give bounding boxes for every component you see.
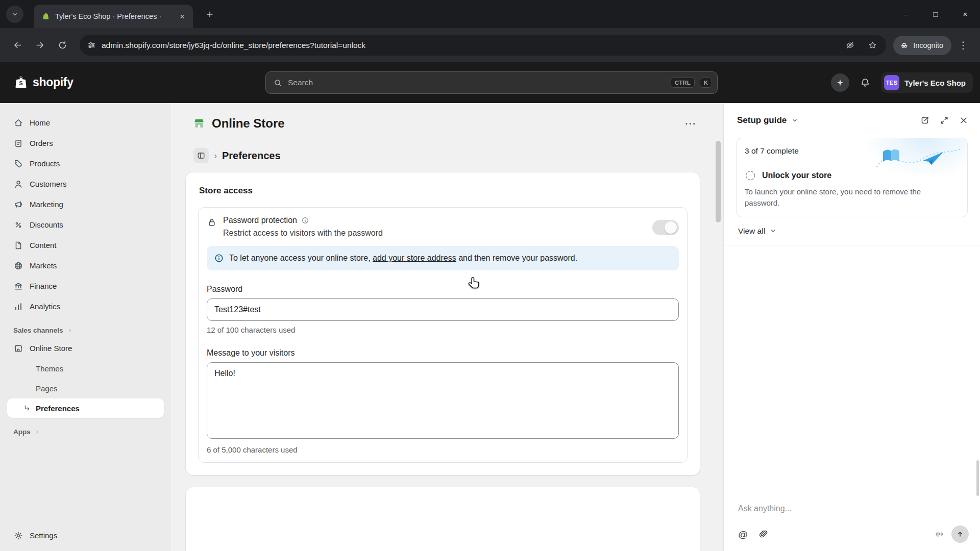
next-card-partial [186, 487, 700, 551]
breadcrumb: › Preferences [193, 148, 700, 163]
sidebar-item-online-store[interactable]: Online Store [7, 338, 164, 358]
visitor-message-textarea[interactable]: Hello! [207, 362, 679, 439]
search-placeholder: Search [288, 78, 666, 87]
main-content: Online Store ⋯ › Preferences Store acces… [171, 103, 723, 551]
setup-guide-title: Setup guide [737, 115, 787, 126]
sidebar-item-label: Discounts [30, 220, 63, 229]
address-bar[interactable]: admin.shopify.com/store/jy63jq-dc/online… [80, 35, 886, 56]
shopify-favicon [41, 12, 50, 21]
window-minimize-button[interactable]: – [891, 0, 921, 28]
sidebar-item-products[interactable]: Products [7, 154, 164, 173]
bookmark-button[interactable] [864, 37, 881, 54]
site-settings-icon[interactable] [87, 40, 96, 50]
tab-close-icon[interactable]: × [177, 11, 188, 22]
password-protection-toggle[interactable] [652, 220, 679, 235]
mention-button[interactable]: @ [738, 530, 748, 539]
setup-guide-illustration [872, 138, 966, 179]
topbar-actions: TES Tyler's Eco Shop [831, 72, 973, 93]
store-name: Tyler's Eco Shop [904, 79, 966, 87]
attachment-icon[interactable] [758, 529, 768, 539]
forward-button[interactable] [30, 35, 50, 56]
info-icon[interactable] [301, 216, 309, 224]
browser-tab-strip: Tyler's Eco Shop · Preferences · × – □ × [0, 0, 980, 28]
sidebar-item-pages[interactable]: Pages [7, 379, 164, 398]
new-tab-button[interactable] [202, 7, 217, 22]
setup-guide-panel: Setup guide 3 of 7 complete [723, 103, 980, 551]
sidebar-item-label: Customers [30, 180, 67, 188]
orders-icon [13, 138, 23, 148]
view-all-button[interactable]: View all [724, 217, 980, 245]
voice-input-icon[interactable] [934, 529, 944, 539]
page-title: Online Store [212, 116, 675, 131]
shopify-wordmark: shopify [33, 76, 74, 89]
star-icon [868, 40, 877, 50]
chevron-right-icon [34, 429, 40, 435]
shopify-bag-icon: S [13, 74, 29, 90]
sidebar-item-home[interactable]: Home [7, 113, 164, 133]
chevron-right-icon [67, 328, 73, 334]
sidebar-item-finance[interactable]: Finance [7, 276, 164, 296]
paper-plane-glyph [923, 152, 943, 165]
add-store-address-link[interactable]: add your store address [373, 254, 456, 262]
sidebar-item-marketing[interactable]: Marketing [7, 194, 164, 214]
visitor-message-label: Message to your visitors [207, 348, 679, 358]
card-heading: Store access [199, 186, 688, 196]
sidebar-item-settings[interactable]: Settings [7, 525, 164, 545]
online-store-channel-icon [192, 117, 206, 130]
account-menu[interactable]: TES Tyler's Eco Shop [881, 72, 973, 93]
kbd-k: K [700, 78, 712, 88]
browser-tab[interactable]: Tyler's Eco Shop · Preferences · × [34, 5, 193, 28]
main-scrollbar[interactable] [716, 141, 721, 222]
sidebar-item-discounts[interactable]: Discounts [7, 215, 164, 235]
sidebar-item-markets[interactable]: Markets [7, 256, 164, 276]
back-button[interactable] [7, 35, 28, 56]
send-button[interactable] [951, 525, 969, 543]
page-actions-button[interactable]: ⋯ [681, 117, 700, 131]
sidebar-item-orders[interactable]: Orders [7, 133, 164, 153]
ask-input[interactable] [738, 504, 969, 513]
close-icon[interactable] [959, 115, 969, 126]
url-text[interactable]: admin.shopify.com/store/jy63jq-dc/online… [102, 41, 836, 50]
window-close-button[interactable]: × [950, 0, 980, 28]
sidebar-item-themes[interactable]: Themes [7, 359, 164, 378]
expand-icon[interactable] [939, 115, 949, 126]
incognito-badge: Incognito [893, 36, 951, 55]
chevron-down-icon[interactable] [791, 116, 799, 124]
store-access-card: Store access Password protection Restric… [186, 172, 700, 475]
window-maximize-button[interactable]: □ [921, 0, 950, 28]
breadcrumb-back-button[interactable] [193, 148, 209, 163]
sidebar-section-apps[interactable]: Apps [13, 428, 158, 436]
global-search-input[interactable]: Search CTRL K [265, 71, 718, 94]
window-controls: – □ × [891, 0, 980, 28]
incognito-icon [899, 40, 909, 50]
sidebar-item-label: Pages [36, 384, 58, 393]
content-icon [13, 240, 23, 251]
compose-icon[interactable] [920, 115, 930, 126]
tab-search-button[interactable] [6, 6, 23, 23]
search-icon [273, 78, 283, 88]
sidebar-section-sales-channels[interactable]: Sales channels [13, 327, 158, 334]
sidebar-item-preferences[interactable]: Preferences [7, 398, 164, 418]
sidebar-item-label: Finance [30, 282, 57, 290]
browser-menu-button[interactable]: ⋮ [953, 36, 973, 55]
password-hidden-button[interactable] [841, 37, 859, 54]
analytics-icon [13, 302, 23, 312]
sidebar-item-content[interactable]: Content [7, 235, 164, 255]
back-arrow-icon [12, 40, 23, 51]
incomplete-step-icon[interactable] [745, 170, 756, 181]
customers-icon [13, 179, 23, 189]
sidebar-item-analytics[interactable]: Analytics [7, 296, 164, 316]
sidebar-item-label: Content [30, 241, 57, 249]
info-icon [214, 253, 224, 263]
panel-scrollbar[interactable] [976, 460, 979, 496]
home-icon [13, 118, 23, 128]
sidekick-button[interactable] [831, 73, 849, 92]
info-banner: To let anyone access your online store, … [207, 246, 679, 270]
password-protection-title: Password protection [223, 216, 297, 225]
shopify-logo[interactable]: S shopify [13, 74, 74, 90]
sidebar-item-customers[interactable]: Customers [7, 174, 164, 194]
password-input[interactable] [207, 298, 679, 321]
notifications-button[interactable] [855, 73, 875, 92]
reload-button[interactable] [52, 35, 72, 56]
store-icon [13, 343, 23, 354]
